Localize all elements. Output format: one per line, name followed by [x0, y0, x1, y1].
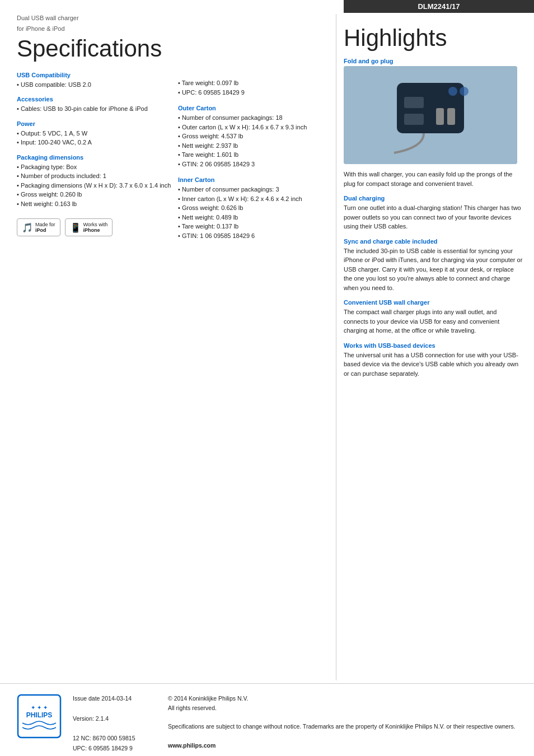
footer-meta: Issue date 2014-03-14 Version: 2.1.4 12 …	[73, 694, 157, 754]
section-heading-power: Power	[17, 120, 174, 127]
specs-power: Power Output: 5 VDC, 1 A, 5 W Input: 100…	[17, 120, 174, 147]
specs-accessories: Accessories Cables: USB to 30-pin cable …	[17, 96, 174, 114]
spec-pwr-0: Output: 5 VDC, 1 A, 5 W	[17, 129, 174, 138]
outer-1: Outer carton (L x W x H): 14.6 x 6.7 x 9…	[178, 123, 329, 132]
inner-5: GTIN: 1 06 09585 18429 6	[178, 231, 329, 241]
outer-0: Number of consumer packagings: 18	[178, 113, 329, 123]
ipod-icon: 🎵	[22, 222, 33, 233]
svg-point-7	[460, 87, 469, 96]
version: Version: 2.1.4	[73, 714, 157, 724]
column-divider	[336, 14, 336, 680]
highlight-usb-devices: Works with USB-based devices The univers…	[344, 342, 523, 379]
highlight-heading-sync: Sync and charge cable included	[344, 238, 523, 245]
spec-acc-0: Cables: USB to 30-pin cable for iPhone &…	[17, 104, 174, 114]
rights-reserved: All rights reserved.	[168, 703, 517, 713]
page-title: Specifications	[17, 36, 174, 62]
svg-point-6	[448, 87, 457, 96]
svg-text:✦ ✦ ✦: ✦ ✦ ✦	[31, 704, 48, 711]
spec-pkg-1: Number of products included: 1	[17, 171, 174, 181]
spec-pkg-4: Nett weight: 0.163 lb	[17, 199, 174, 209]
highlight-heading-convenient: Convenient USB wall charger	[344, 299, 523, 306]
highlights-title: Highlights	[344, 25, 523, 51]
highlight-heading-fold: Fold and go plug	[344, 58, 523, 64]
certification-badges: 🎵 Made for iPod 📱 Works with iPhone	[17, 218, 174, 236]
inner-2: Gross weight: 0.626 lb	[178, 203, 329, 213]
charger-illustration	[344, 66, 517, 164]
badge-made-for-label: Made for	[35, 222, 55, 228]
badge-ipod-label: iPod	[35, 227, 55, 234]
mid-weight-section: Tare weight: 0.097 lb UPC: 6 09585 18429…	[178, 78, 329, 97]
right-column: Highlights Fold and go plug	[344, 14, 523, 378]
made-for-ipod-badge: 🎵 Made for iPod	[17, 218, 60, 236]
badge-works-with-label: Works with	[83, 222, 108, 228]
highlight-heading-usb-devices: Works with USB-based devices	[344, 342, 523, 349]
highlight-fold-and-go: Fold and go plug	[344, 58, 523, 188]
spec-pkg-3: Gross weight: 0.260 lb	[17, 190, 174, 199]
philips-logo-svg: PHILIPS ✦ ✦ ✦	[17, 694, 62, 739]
highlight-dual-charging: Dual charging Turn one outlet into a dua…	[344, 195, 523, 231]
section-heading-packaging: Packaging dimensions	[17, 154, 174, 161]
outer-carton-section: Outer Carton Number of consumer packagin…	[178, 105, 329, 169]
inner-carton-section: Inner Carton Number of consumer packagin…	[178, 176, 329, 240]
outer-2: Gross weight: 4.537 lb	[178, 132, 329, 141]
mid-tare: Tare weight: 0.097 lb	[178, 78, 329, 88]
product-subtitle-line1: Dual USB wall charger	[17, 14, 174, 22]
spec-pwr-1: Input: 100-240 VAC, 0.2 A	[17, 138, 174, 147]
legal-text: Specifications are subject to change wit…	[168, 722, 517, 731]
footer-legal: © 2014 Koninklijke Philips N.V. All righ…	[168, 694, 517, 750]
highlight-text-usb-devices: The universal unit has a USB connection …	[344, 351, 523, 379]
highlight-convenient-usb: Convenient USB wall charger The compact …	[344, 299, 523, 335]
inner-3: Nett weight: 0.489 lb	[178, 213, 329, 222]
website: www.philips.com	[168, 741, 517, 750]
inner-0: Number of consumer packagings: 3	[178, 185, 329, 194]
outer-3: Nett weight: 2.937 lb	[178, 141, 329, 151]
inner-1: Inner carton (L x W x H): 6.2 x 4.6 x 4.…	[178, 194, 329, 204]
section-heading-accessories: Accessories	[17, 96, 174, 102]
highlight-heading-dual: Dual charging	[344, 195, 523, 202]
spec-pkg-2: Packaging dimensions (W x H x D): 3.7 x …	[17, 181, 174, 190]
section-heading-usb: USB Compatibility	[17, 72, 174, 78]
highlight-text-convenient: The compact wall charger plugs into any …	[344, 307, 523, 335]
copyright: © 2014 Koninklijke Philips N.V.	[168, 694, 517, 703]
inner-4: Tare weight: 0.137 lb	[178, 222, 329, 231]
left-column: Dual USB wall charger for iPhone & iPod …	[17, 14, 174, 236]
specs-usb-compat: USB Compatibility USB compatible: USB 2.…	[17, 72, 174, 90]
spec-usb-0: USB compatible: USB 2.0	[17, 80, 174, 90]
outer-5: GTIN: 2 06 09585 18429 3	[178, 160, 329, 169]
page: DLM2241/17 Dual USB wall charger for iPh…	[0, 0, 534, 756]
specs-packaging: Packaging dimensions Packaging type: Box…	[17, 154, 174, 209]
product-image	[344, 66, 517, 164]
svg-rect-5	[447, 108, 455, 125]
spec-pkg-0: Packaging type: Box	[17, 162, 174, 172]
highlight-text-sync: The included 30-pin to USB cable is esse…	[344, 246, 523, 293]
highlight-sync-charge: Sync and charge cable included The inclu…	[344, 238, 523, 293]
issue-date: Issue date 2014-03-14	[73, 694, 157, 704]
section-heading-outer-carton: Outer Carton	[178, 105, 329, 111]
model-badge: DLM2241/17	[344, 0, 534, 13]
svg-rect-4	[436, 108, 444, 125]
badge-iphone-label: iPhone	[83, 227, 108, 234]
highlight-text-fold: With this wall charger, you can easily f…	[344, 170, 523, 188]
philips-logo: PHILIPS ✦ ✦ ✦	[17, 694, 62, 739]
model-number: DLM2241/17	[418, 2, 460, 11]
product-subtitle-line2: for iPhone & iPod	[17, 25, 174, 33]
svg-rect-2	[404, 97, 424, 108]
svg-rect-3	[404, 114, 424, 125]
iphone-icon: 📱	[70, 222, 81, 233]
middle-column: Tare weight: 0.097 lb UPC: 6 09585 18429…	[178, 78, 329, 240]
footer: PHILIPS ✦ ✦ ✦ Issue date 2014-03-14 Vers…	[0, 683, 534, 756]
upc-label: UPC: 6 09585 18429 9	[73, 744, 157, 754]
highlight-text-dual: Turn one outlet into a dual-charging sta…	[344, 203, 523, 231]
svg-text:PHILIPS: PHILIPS	[26, 711, 53, 719]
nc-label: 12 NC: 8670 000 59815	[73, 734, 157, 744]
works-with-iphone-badge: 📱 Works with iPhone	[65, 218, 113, 236]
outer-4: Tare weight: 1.601 lb	[178, 150, 329, 160]
mid-upc: UPC: 6 09585 18429 9	[178, 88, 329, 97]
section-heading-inner-carton: Inner Carton	[178, 176, 329, 183]
